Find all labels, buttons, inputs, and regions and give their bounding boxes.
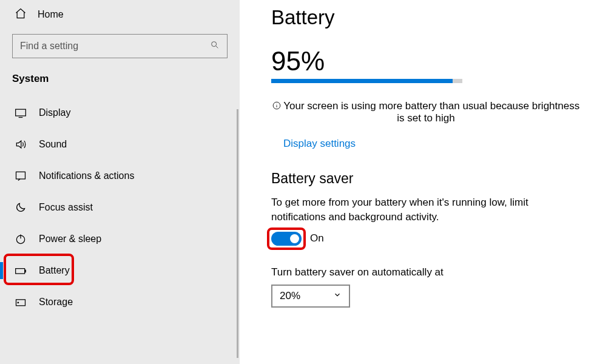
sidebar-item-storage[interactable]: Storage [0,286,240,318]
sidebar-item-label: Storage [39,297,73,308]
dropdown-value: 20% [280,290,300,302]
search-icon [210,40,220,52]
auto-on-label: Turn battery saver on automatically at [271,266,594,278]
svg-point-0 [212,42,217,47]
sidebar-item-battery[interactable]: Battery [0,255,240,286]
battery-progress-bar [271,79,462,83]
moon-icon [15,201,27,214]
battery-info-row: Your screen is using more battery than u… [271,100,581,124]
info-icon [272,100,283,112]
sound-icon [15,138,27,150]
search-box[interactable] [12,34,228,58]
notifications-icon [15,170,27,182]
monitor-icon [15,107,27,119]
battery-percent: 95% [271,46,594,76]
battery-info-text: Your screen is using more battery than u… [283,100,579,124]
sidebar-item-label: Display [39,107,70,118]
battery-saver-title: Battery saver [271,170,594,187]
home-nav[interactable]: Home [0,0,240,29]
search-input[interactable] [20,41,210,52]
settings-sidebar: Home System Display Sound Notifications … [0,0,240,364]
power-icon [15,233,27,245]
svg-point-7 [18,302,19,303]
toggle-state-label: On [310,232,324,244]
sidebar-item-label: Power & sleep [39,234,101,244]
sidebar-item-label: Sound [39,139,67,150]
scrollbar[interactable] [237,109,238,358]
page-title: Battery [271,6,594,29]
battery-progress-fill [271,79,453,83]
sidebar-item-focus-assist[interactable]: Focus assist [0,192,240,223]
battery-saver-desc: To get more from your battery when it's … [271,195,581,224]
sidebar-item-label: Notifications & actions [39,170,134,181]
sidebar-item-notifications[interactable]: Notifications & actions [0,160,240,192]
sidebar-item-sound[interactable]: Sound [0,129,240,160]
svg-rect-2 [16,172,25,179]
auto-on-dropdown[interactable]: 20% [271,285,350,308]
main-content: Battery 95% Your screen is using more ba… [240,0,594,364]
svg-rect-1 [16,109,26,116]
home-icon [15,7,27,22]
category-label: System [0,69,240,97]
chevron-down-icon [333,290,342,302]
sidebar-item-power-sleep[interactable]: Power & sleep [0,223,240,255]
home-label: Home [38,9,64,20]
display-settings-link[interactable]: Display settings [283,138,356,150]
highlight-annotation [267,228,306,250]
storage-icon [15,296,27,308]
battery-saver-toggle-row: On [271,232,594,246]
nav-list: Display Sound Notifications & actions Fo… [0,97,240,318]
sidebar-item-label: Focus assist [39,202,93,213]
highlight-annotation [4,254,74,285]
sidebar-item-display[interactable]: Display [0,97,240,129]
